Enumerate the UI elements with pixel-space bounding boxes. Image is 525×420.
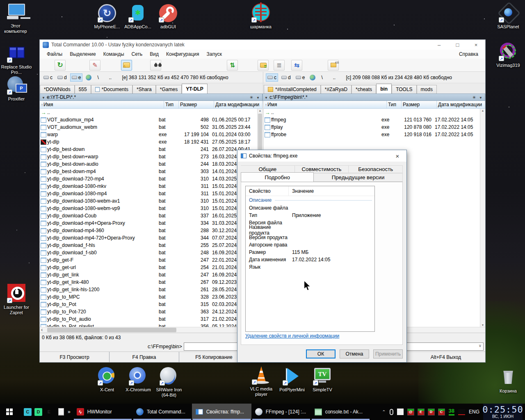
taskbar-window-button[interactable]: HWMonitor (73, 404, 132, 420)
file-row[interactable]: yt-dlp_to_MPC bat 328 23.06.2023 (40, 293, 257, 301)
desktop-icon-srware-iron[interactable]: SRWare Iron (64-Bit) (154, 366, 184, 398)
file-row[interactable]: .. (40, 109, 257, 116)
white-square-tray-icon[interactable] (397, 409, 404, 415)
remove-properties-link[interactable]: Удаление свойств и личной информации (245, 333, 339, 339)
paperclip-tray-icon[interactable] (390, 409, 393, 415)
file-row[interactable]: yt-dlp_best-down+warp bat 273 16.03.2024 (40, 153, 257, 160)
scroll-up-icon[interactable] (480, 109, 485, 112)
exit-button[interactable]: Alt+F4 Выход (406, 352, 485, 362)
desktop-icon-x-chromium[interactable]: X-Chromium (122, 366, 154, 393)
desktop-icon-adbgui[interactable]: adbGUI (155, 3, 182, 30)
folder-tab[interactable]: *cheats (352, 85, 376, 94)
parent-dir-button[interactable]: .. (107, 73, 117, 82)
file-row[interactable]: warp exe 17 199 104 01.01.2024 03:00 (40, 131, 257, 138)
folder-tab[interactable]: TOOLS (392, 85, 416, 94)
file-row[interactable]: ffmpeg exe 121 013 760 17.02.2022 14:05 (264, 116, 480, 123)
folder-tab[interactable]: *#InstallCompleted (264, 85, 321, 94)
taskbar-window-button[interactable]: FFmpeg - [124] :... (251, 404, 311, 420)
edit-list-button[interactable] (89, 60, 100, 71)
quick-launch-drive-button[interactable]: D (34, 408, 42, 416)
cancel-button[interactable]: Отмена (340, 349, 369, 358)
network-button[interactable] (308, 73, 318, 82)
desktop-icon-vlc[interactable]: VLC media player (247, 365, 276, 397)
kb-view-button[interactable] (328, 60, 339, 71)
file-row[interactable]: yt-dlp_to_Pot-720 bat 363 24.12.2024 (40, 308, 257, 315)
file-row[interactable]: yt-dlp_download_f-hls bat 255 25.07.2024 (40, 242, 257, 249)
language-indicator[interactable]: ENG (469, 409, 479, 415)
folder-tab[interactable]: YT-DLP (182, 84, 208, 94)
property-row[interactable]: Авторские права (246, 241, 374, 249)
black-square-tray-icon[interactable] (458, 409, 465, 415)
header-date[interactable]: Дата модификации (214, 101, 262, 108)
file-row[interactable]: yt-dlp exe 18 192 431 27.05.2025 18:17 (40, 138, 257, 146)
header-name[interactable]: Имя (40, 101, 164, 108)
refresh-button[interactable] (55, 60, 66, 71)
file-row[interactable]: yt-dlp_download-mp4+Opera-Proxy bat 334 … (40, 219, 257, 227)
start-button[interactable] (0, 404, 19, 420)
folder-warning-button[interactable] (121, 60, 132, 71)
file-row[interactable]: yt-dlp_to_Pot bat 315 02.03.2024 (40, 301, 257, 308)
value-column-header[interactable]: Значение (289, 188, 314, 194)
folder-tab[interactable]: *#ZaRyaD (321, 85, 352, 94)
folder-tab[interactable]: bin (376, 84, 392, 94)
sync-dirs-button[interactable] (227, 60, 238, 71)
history-dropdown-icon[interactable] (479, 94, 482, 100)
drive-activity-tray-icon[interactable]: C (438, 409, 445, 415)
ok-button[interactable]: ОК (306, 349, 336, 358)
desktop-icon-replace-studio[interactable]: Replace Studio Pro... (1, 43, 32, 75)
property-row[interactable]: Версия продукта (246, 234, 374, 241)
search-button[interactable] (150, 60, 161, 71)
menu-item[interactable]: Выделение (66, 51, 100, 57)
file-row[interactable]: yt-dlp_get_link-hls-1200 bat 261 28.05.2… (40, 286, 257, 293)
file-row[interactable]: yt-dlp_get-F bat 247 22.01.2024 (40, 256, 257, 264)
header-size[interactable]: Размер (179, 101, 214, 108)
dialog-tab-previous-versions[interactable]: Предыдущие версии (314, 173, 403, 182)
vertical-scrollbar[interactable] (480, 109, 485, 327)
tray-expand-icon[interactable]: ⌃ (382, 409, 386, 415)
property-column-header[interactable]: Свойство (246, 186, 289, 196)
folder-tab[interactable]: *DOWNlods (40, 85, 75, 94)
file-row[interactable]: VOT_audiomux_mp4 bat 498 01.06.2025 00:1… (40, 116, 257, 123)
taskbar-window-button[interactable]: Total Command... (132, 404, 192, 420)
file-row[interactable]: yt-dlp_get_link bat 247 16.09.2024 (40, 271, 257, 278)
menu-item[interactable]: Запуск (203, 51, 226, 57)
header-name[interactable]: Имя (264, 101, 387, 108)
file-row[interactable]: yt-dlp_download-1080-webm-av1 bat 310 15… (40, 197, 257, 205)
property-row[interactable]: Дата изменения 17.02.2022 14:05 (246, 256, 374, 263)
drive-activity-tray-icon[interactable]: @ (407, 409, 414, 415)
desktop-icon-sharmanka[interactable]: шарманка (247, 3, 275, 30)
desktop-icon-potplayer[interactable]: PotPlyerMini (276, 366, 308, 393)
header-date[interactable]: Дата модификации (437, 101, 485, 108)
desktop-icon-recycle-bin[interactable]: Корзина (493, 368, 523, 394)
scroll-up-icon[interactable] (258, 109, 262, 112)
drive-button[interactable]: d (56, 73, 68, 82)
file-row[interactable]: .. (264, 109, 480, 116)
parent-dir-button[interactable]: .. (331, 73, 341, 82)
temperature-tray-indicator[interactable]: 38 (449, 408, 454, 415)
right-path-bar[interactable]: c:\FFmpeg\bin\*.* (262, 94, 485, 101)
property-row[interactable]: Тип Приложение (246, 212, 374, 219)
folder-tab[interactable]: *Shara (132, 85, 156, 94)
header-size[interactable]: Размер (402, 101, 437, 108)
file-row[interactable]: VOT_audiomux_webm bat 502 31.05.2025 23:… (40, 123, 257, 131)
dirs-list-button[interactable] (274, 60, 285, 71)
desktop-icon-x-cent[interactable]: X-Cent (93, 366, 121, 393)
header-type[interactable]: Тип (164, 101, 179, 108)
menu-item[interactable]: Команды (100, 51, 128, 57)
menu-item-help[interactable]: Справка (455, 51, 482, 57)
file-row[interactable]: yt-dlp_download-1080-mkv bat 311 15.01.2… (40, 183, 257, 190)
minimize-button[interactable]: – (430, 40, 448, 50)
desktop-icon-simpletv[interactable]: SimpleTV (308, 366, 336, 393)
network-button[interactable] (84, 73, 94, 82)
menu-item[interactable]: Конфигурация (162, 51, 203, 57)
dialog-tab[interactable]: Безопасность (349, 165, 403, 173)
dirs-equal-button[interactable] (258, 60, 269, 71)
property-row[interactable]: Язык (246, 263, 374, 271)
desktop-icon-sasplanet[interactable]: SASPlanet (493, 3, 523, 30)
dirs-swap-button[interactable] (291, 60, 302, 71)
file-row[interactable]: yt-dlp_download-mp4-720+Opera-Proxy bat … (40, 234, 257, 242)
left-horizontal-scrollbar[interactable] (40, 327, 262, 333)
header-type[interactable]: Тип (387, 101, 402, 108)
file-row[interactable]: yt-dlp_download_f-sb0 bat 248 16.09.2024 (40, 249, 257, 256)
file-row[interactable]: yt-dlp_download-720-mp4 bat 310 14.03.20… (40, 175, 257, 183)
